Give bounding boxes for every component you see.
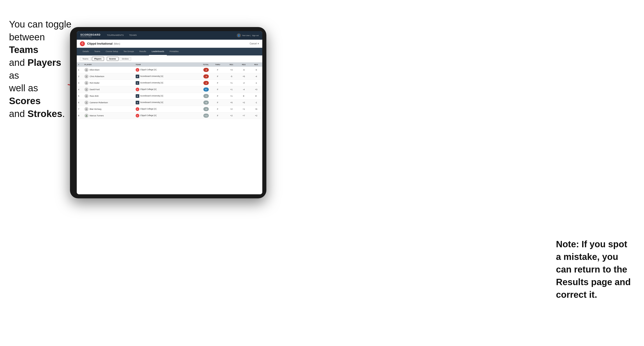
tab-printables[interactable]: Printables bbox=[167, 48, 181, 55]
table-row: 1 Elliot Ebert CClippd College [A] -8 F … bbox=[77, 67, 262, 73]
rank-cell: 5 bbox=[77, 93, 83, 99]
col-player: PLAYER bbox=[83, 62, 134, 67]
player-cell: Cameron Robertson bbox=[83, 99, 134, 106]
player-cell: Blair McHarg bbox=[83, 106, 134, 113]
rd3-cell: +2 bbox=[250, 113, 262, 119]
rd3-cell: -4 bbox=[250, 73, 262, 80]
player-avatar bbox=[84, 107, 88, 111]
rank-cell: 1 bbox=[77, 67, 83, 73]
team-logo: C bbox=[136, 107, 139, 111]
player-cell: David Ford bbox=[83, 86, 134, 93]
player-avatar bbox=[84, 81, 88, 85]
tab-leaderboards[interactable]: Leaderboards bbox=[149, 48, 167, 55]
rd1-cell: +1 bbox=[225, 93, 238, 99]
team-cell: SScoreboard University [A] bbox=[134, 99, 194, 106]
app-header: SCOREBOARD Powered by clippd TOURNAMENTS… bbox=[77, 31, 262, 40]
rd3-cell: -1 bbox=[250, 99, 262, 106]
player-name: Rees Britt bbox=[90, 95, 99, 97]
team-logo: S bbox=[136, 75, 139, 78]
score-badge: -4 bbox=[204, 74, 209, 78]
score-badge: E bbox=[204, 87, 209, 92]
rd2-cell: +7 bbox=[238, 113, 250, 119]
team-logo: S bbox=[136, 94, 139, 98]
player-avatar bbox=[84, 87, 88, 92]
player-name: David Ford bbox=[90, 88, 100, 91]
table-row: 7 Blair McHarg CClippd College [A] +9 F … bbox=[77, 106, 262, 113]
right-annotation: Note: If you spot a mistake, you can ret… bbox=[556, 238, 633, 301]
thru-cell: F bbox=[210, 106, 225, 113]
tab-details[interactable]: Details bbox=[80, 48, 92, 55]
team-cell: SScoreboard University [A] bbox=[134, 80, 194, 86]
rank-cell: 3 bbox=[77, 80, 83, 86]
toggle-teams[interactable]: Teams bbox=[80, 57, 91, 61]
rd1-cell: +5 bbox=[225, 99, 238, 106]
total-cell: +11 bbox=[194, 113, 210, 119]
total-cell: +9 bbox=[194, 106, 210, 113]
rd3-cell: -1 bbox=[250, 80, 262, 86]
svg-point-2 bbox=[86, 76, 87, 77]
team-logo: S bbox=[136, 81, 139, 85]
score-badge: +6 bbox=[204, 101, 209, 105]
total-cell: -2 bbox=[194, 80, 210, 86]
tournament-bar: C Clippd Invitational (Men) Cancel ✕ bbox=[77, 40, 262, 48]
thru-cell: F bbox=[210, 67, 225, 73]
rd2-cell: +2 bbox=[238, 99, 250, 106]
col-rd1: RD1 bbox=[225, 62, 238, 67]
toggle-players[interactable]: Players bbox=[92, 57, 104, 61]
app-logo: SCOREBOARD Powered by clippd bbox=[80, 33, 100, 37]
svg-point-1 bbox=[86, 69, 87, 70]
thru-cell: F bbox=[210, 86, 225, 93]
total-cell: -4 bbox=[194, 73, 210, 80]
player-avatar bbox=[84, 74, 88, 78]
rd3-cell: +3 bbox=[250, 86, 262, 93]
col-thru: THRU bbox=[210, 62, 225, 67]
tablet-frame: SCOREBOARD Powered by clippd TOURNAMENTS… bbox=[70, 27, 266, 198]
left-annotation: You can toggle between Teams and Players… bbox=[9, 18, 72, 120]
team-cell: SScoreboard University [A] bbox=[134, 73, 194, 80]
table-row: 3 Rich Butler SScoreboard University [A]… bbox=[77, 80, 262, 86]
rd3-cell: +6 bbox=[250, 106, 262, 113]
table-row: 8 Marcus Turners CClippd College [A] +11… bbox=[77, 113, 262, 119]
player-cell: Chris Robertson bbox=[83, 73, 134, 80]
nav-tournaments[interactable]: TOURNAMENTS bbox=[104, 31, 126, 40]
rd1-cell: +2 bbox=[225, 106, 238, 113]
player-name: Cameron Robertson bbox=[90, 101, 108, 104]
table-body: 1 Elliot Ebert CClippd College [A] -8 F … bbox=[77, 67, 262, 119]
player-avatar bbox=[84, 114, 88, 118]
tab-course-setup[interactable]: Course Setup bbox=[103, 48, 121, 55]
tournament-name: Clippd Invitational bbox=[87, 42, 113, 45]
rd2-cell: -2 bbox=[238, 80, 250, 86]
team-cell: CClippd College [A] bbox=[134, 86, 194, 93]
rd3-cell: E bbox=[250, 93, 262, 99]
team-logo: C bbox=[136, 88, 139, 91]
svg-point-4 bbox=[86, 89, 87, 90]
svg-point-8 bbox=[86, 115, 87, 116]
main-nav: TOURNAMENTS TEAMS bbox=[104, 31, 236, 40]
player-name: Rich Butler bbox=[90, 82, 100, 84]
rd2-cell: -6 bbox=[238, 67, 250, 73]
nav-teams[interactable]: TEAMS bbox=[126, 31, 140, 40]
thru-cell: F bbox=[210, 99, 225, 106]
tab-results[interactable]: Results bbox=[137, 48, 149, 55]
table-row: 5 Rees Britt SScoreboard University [A] … bbox=[77, 93, 262, 99]
table-row: 2 Chris Robertson SScoreboard University… bbox=[77, 73, 262, 80]
thru-cell: F bbox=[210, 93, 225, 99]
player-cell: Marcus Turners bbox=[83, 113, 134, 119]
sign-out-link[interactable]: Sign out bbox=[252, 34, 259, 36]
rd1-cell: +1 bbox=[225, 80, 238, 86]
toggle-strokes[interactable]: Strokes bbox=[120, 57, 131, 61]
svg-point-5 bbox=[86, 95, 87, 96]
player-name: Marcus Turners bbox=[90, 115, 104, 117]
score-badge: +9 bbox=[204, 107, 209, 111]
player-cell: Rich Butler bbox=[83, 80, 134, 86]
tab-teams[interactable]: Teams bbox=[92, 48, 103, 55]
rd1-cell: +2 bbox=[225, 113, 238, 119]
rd1-cell: +1 bbox=[225, 86, 238, 93]
cancel-button[interactable]: Cancel ✕ bbox=[250, 42, 259, 45]
svg-point-7 bbox=[86, 108, 87, 109]
header-right: 👤 Test User | Sign out bbox=[237, 33, 259, 37]
tab-tee-groups[interactable]: Tee Groups bbox=[121, 48, 137, 55]
team-cell: CClippd College [A] bbox=[134, 113, 194, 119]
toggle-scores[interactable]: Scores bbox=[107, 57, 118, 61]
rd2-cell: +5 bbox=[238, 73, 250, 80]
